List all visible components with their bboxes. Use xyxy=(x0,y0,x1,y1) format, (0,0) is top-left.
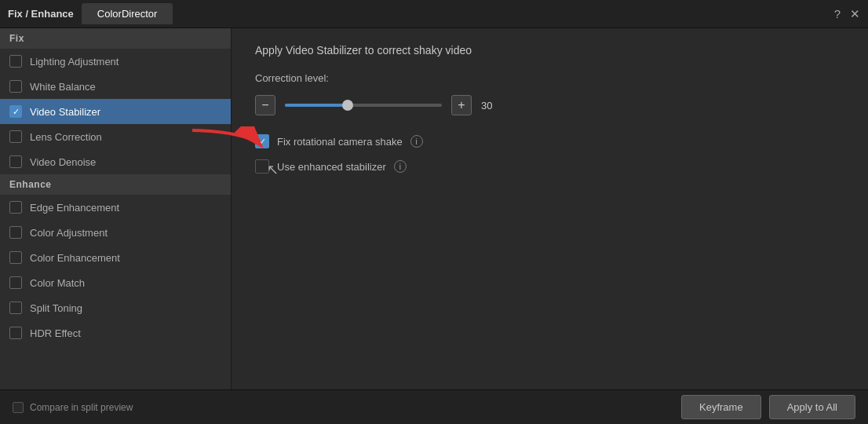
color-match-checkbox[interactable] xyxy=(9,276,22,289)
compare-label-text: Compare in split preview xyxy=(30,402,133,413)
sidebar-item-white-balance[interactable]: White Balance xyxy=(0,74,231,99)
content-title: Apply Video Stabilizer to correct shaky … xyxy=(255,44,844,57)
fix-rotational-checkbox[interactable] xyxy=(255,134,269,148)
slider-minus-button[interactable]: − xyxy=(255,95,275,115)
lighting-adjustment-checkbox[interactable] xyxy=(9,55,22,68)
enhanced-stabilizer-checkbox[interactable] xyxy=(255,159,269,174)
sidebar: Fix Lighting Adjustment White Balance Vi… xyxy=(0,28,232,389)
split-toning-checkbox[interactable] xyxy=(9,302,22,314)
video-stabilizer-checkbox[interactable] xyxy=(9,105,22,118)
white-balance-checkbox[interactable] xyxy=(9,80,22,93)
color-adjustment-checkbox[interactable] xyxy=(9,226,22,239)
video-stabilizer-label: Video Stabilizer xyxy=(30,106,100,118)
app-title: Fix / Enhance xyxy=(8,8,74,20)
fix-rotational-label: Fix rotational camera shake xyxy=(277,136,403,148)
lens-correction-label: Lens Correction xyxy=(30,131,102,143)
content-area: Apply Video Stabilizer to correct shaky … xyxy=(232,28,868,389)
sidebar-item-lens-correction[interactable]: Lens Correction xyxy=(0,124,231,149)
bottom-bar: Compare in split preview Keyframe Apply … xyxy=(0,389,868,424)
fix-section-header: Fix xyxy=(0,28,231,49)
hdr-effect-label: HDR Effect xyxy=(30,327,81,339)
split-toning-label: Split Toning xyxy=(30,302,82,314)
color-match-label: Color Match xyxy=(30,277,85,289)
sidebar-item-split-toning[interactable]: Split Toning xyxy=(0,295,231,320)
keyframe-button[interactable]: Keyframe xyxy=(681,395,761,419)
fix-rotational-option: Fix rotational camera shake i xyxy=(255,134,423,148)
sidebar-item-color-enhancement[interactable]: Color Enhancement xyxy=(0,245,231,270)
enhance-section-header: Enhance xyxy=(0,174,231,195)
compare-checkbox[interactable] xyxy=(13,402,24,413)
lens-correction-checkbox[interactable] xyxy=(9,130,22,143)
sidebar-item-edge-enhancement[interactable]: Edge Enhancement xyxy=(0,195,231,220)
window-controls: ? ✕ xyxy=(834,7,860,21)
sidebar-item-video-stabilizer[interactable]: Video Stabilizer xyxy=(0,99,231,124)
correction-slider[interactable] xyxy=(285,104,442,107)
lighting-adjustment-label: Lighting Adjustment xyxy=(30,56,119,68)
enhanced-stabilizer-option: Use enhanced stabilizer i xyxy=(255,159,844,174)
hdr-effect-checkbox[interactable] xyxy=(9,327,22,339)
enhanced-stabilizer-label: Use enhanced stabilizer xyxy=(277,161,386,173)
apply-to-all-button[interactable]: Apply to All xyxy=(769,395,855,419)
slider-value: 30 xyxy=(481,100,505,111)
sidebar-item-color-match[interactable]: Color Match xyxy=(0,270,231,295)
slider-plus-button[interactable]: + xyxy=(451,95,472,115)
fix-rotational-info-icon[interactable]: i xyxy=(410,135,423,148)
compare-split-preview[interactable]: Compare in split preview xyxy=(13,402,133,413)
video-denoise-checkbox[interactable] xyxy=(9,155,22,168)
bottom-buttons: Keyframe Apply to All xyxy=(681,395,855,419)
color-adjustment-label: Color Adjustment xyxy=(30,227,108,239)
help-icon[interactable]: ? xyxy=(834,7,841,21)
title-bar: Fix / Enhance ColorDirector ? ✕ xyxy=(0,0,868,28)
sidebar-item-color-adjustment[interactable]: Color Adjustment xyxy=(0,220,231,245)
video-denoise-label: Video Denoise xyxy=(30,156,96,168)
main-layout: Fix Lighting Adjustment White Balance Vi… xyxy=(0,28,868,389)
sidebar-item-lighting-adjustment[interactable]: Lighting Adjustment xyxy=(0,49,231,74)
white-balance-label: White Balance xyxy=(30,81,96,93)
slider-fill xyxy=(285,104,348,107)
enhanced-stabilizer-info-icon[interactable]: i xyxy=(394,160,407,173)
slider-thumb[interactable] xyxy=(342,100,353,111)
correction-label: Correction level: xyxy=(255,72,844,84)
sidebar-item-video-denoise[interactable]: Video Denoise xyxy=(0,149,231,174)
sidebar-item-hdr-effect[interactable]: HDR Effect xyxy=(0,320,231,345)
close-icon[interactable]: ✕ xyxy=(850,7,860,21)
edge-enhancement-label: Edge Enhancement xyxy=(30,202,119,214)
color-enhancement-label: Color Enhancement xyxy=(30,252,120,264)
colordirector-tab[interactable]: ColorDirector xyxy=(82,3,173,24)
color-enhancement-checkbox[interactable] xyxy=(9,251,22,264)
option1-container: Fix rotational camera shake i xyxy=(255,134,423,159)
slider-row: − + 30 xyxy=(255,95,844,115)
edge-enhancement-checkbox[interactable] xyxy=(9,201,22,214)
